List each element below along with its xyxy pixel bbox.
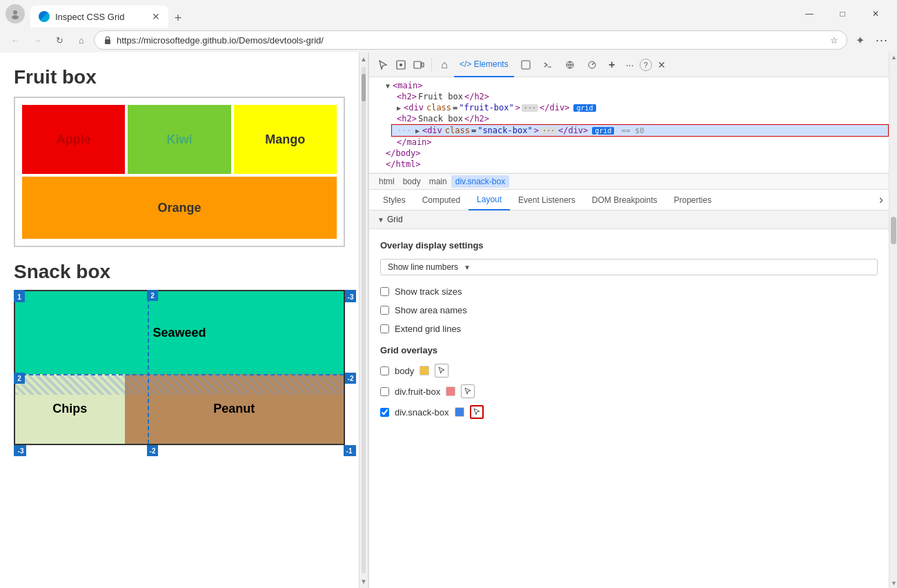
forward-button[interactable]: →: [28, 30, 47, 50]
panel-tabs-more-icon[interactable]: ›: [879, 193, 883, 207]
device-emulation-icon[interactable]: [411, 57, 427, 73]
grid-label-bottom-n3: -3: [15, 445, 26, 456]
dom-html-close[interactable]: </html>: [380, 159, 889, 170]
svg-rect-2: [105, 39, 110, 44]
window-controls: — □ ✕: [793, 3, 891, 25]
extend-grid-lines-row: Extend grid lines: [380, 324, 878, 334]
overlay-body-color[interactable]: [420, 366, 429, 375]
dt-scroll-down[interactable]: ▼: [889, 578, 897, 588]
breadcrumb-body[interactable]: body: [399, 175, 425, 188]
show-track-sizes-label[interactable]: Show track sizes: [395, 286, 462, 297]
overlay-snack-color[interactable]: [455, 407, 464, 417]
extend-grid-lines-checkbox[interactable]: [380, 324, 389, 333]
dom-snack-div[interactable]: ··· ▶ <div class="snack-box" > ··· </div…: [391, 124, 889, 137]
network-tab[interactable]: [560, 52, 580, 77]
dom-fruit-div[interactable]: ▶ <div class="fruit-box" > ··· </div> gr…: [391, 102, 889, 113]
breadcrumb-snack-box[interactable]: div.snack-box: [451, 175, 509, 188]
home-button[interactable]: ⌂: [72, 30, 91, 50]
dom-body-close[interactable]: </body>: [380, 148, 889, 159]
tab-favicon: [39, 11, 50, 22]
tab-computed[interactable]: Computed: [414, 190, 469, 210]
close-button[interactable]: ✕: [860, 3, 891, 25]
overlay-snack-checkbox[interactable]: [380, 408, 389, 417]
svg-rect-6: [422, 63, 424, 67]
dom-main-close[interactable]: </main>: [391, 137, 889, 148]
tab-close-button[interactable]: ✕: [152, 11, 160, 22]
close-devtools-icon[interactable]: ✕: [653, 57, 670, 73]
scroll-up-arrow[interactable]: ▲: [359, 54, 368, 64]
tab-layout[interactable]: Layout: [469, 190, 510, 210]
dt-scroll-up[interactable]: ▲: [889, 52, 897, 62]
overlay-fruit-color[interactable]: [446, 386, 455, 396]
dt-scroll-track: [889, 62, 897, 578]
show-area-names-checkbox[interactable]: [380, 306, 389, 315]
tab-properties[interactable]: Properties: [666, 190, 720, 210]
tab-styles[interactable]: Styles: [375, 190, 414, 210]
show-area-names-row: Show area names: [380, 305, 878, 315]
help-icon[interactable]: ?: [640, 59, 652, 71]
add-panel-icon[interactable]: +: [604, 57, 620, 73]
new-tab-button[interactable]: +: [168, 8, 188, 28]
overlay-snack-label[interactable]: div.snack-box: [395, 407, 449, 418]
chips-item: Chips: [15, 374, 125, 444]
peanut-item: Peanut: [125, 374, 344, 444]
line-numbers-dropdown[interactable]: Show line numbers ▼: [380, 259, 878, 275]
webpage-panel: Fruit box Apple Kiwi Mango Orange Snack …: [0, 52, 359, 588]
minimize-button[interactable]: —: [793, 3, 825, 25]
seaweed-item: Seaweed: [15, 291, 344, 374]
dom-h2-fruit[interactable]: <h2>Fruit box</h2>: [391, 91, 889, 102]
tab-event-listeners[interactable]: Event Listeners: [510, 190, 584, 210]
tab-title: Inspect CSS Grid: [55, 12, 146, 22]
browser-window: Inspect CSS Grid ✕ + — □ ✕ ← → ↻ ⌂ https…: [0, 0, 897, 588]
home-devtools-icon[interactable]: ⌂: [436, 57, 453, 73]
cursor-tool-icon[interactable]: [375, 57, 391, 73]
overlay-snack-inspect-icon[interactable]: [470, 405, 484, 419]
extend-grid-lines-label[interactable]: Extend grid lines: [395, 324, 461, 334]
scroll-thumb[interactable]: [362, 74, 366, 101]
dom-h2-snack[interactable]: <h2>Snack box</h2>: [391, 113, 889, 124]
show-track-sizes-checkbox[interactable]: [380, 287, 389, 296]
fruit-box-title: Fruit box: [14, 66, 345, 88]
grid-label-left-1: 1: [14, 291, 25, 302]
overlay-body-row: body: [380, 364, 878, 378]
tabs-area: Inspect CSS Grid ✕ +: [30, 0, 788, 28]
collections-button[interactable]: ✦: [850, 30, 869, 50]
grid-badge-snack[interactable]: grid: [592, 127, 614, 135]
refresh-button[interactable]: ↻: [50, 30, 69, 50]
favorite-icon[interactable]: ☆: [830, 35, 838, 46]
show-area-names-label[interactable]: Show area names: [395, 305, 467, 315]
overlay-fruit-label[interactable]: div.fruit-box: [395, 386, 440, 397]
collapse-snack-triangle[interactable]: ▶: [415, 127, 420, 135]
snack-grid: Seaweed Chips Peanut: [15, 291, 344, 444]
overlay-fruit-checkbox[interactable]: [380, 387, 389, 396]
url-bar[interactable]: https://microsoftedge.github.io/Demos/de…: [94, 30, 847, 50]
inspect-element-icon[interactable]: [393, 57, 409, 73]
overlay-body-checkbox[interactable]: [380, 366, 389, 375]
sources-tab[interactable]: [538, 52, 558, 77]
scroll-down-arrow[interactable]: ▼: [359, 576, 368, 587]
elements-tab[interactable]: </> Elements: [454, 52, 514, 77]
breadcrumb-html[interactable]: html: [375, 175, 399, 188]
collapse-triangle[interactable]: ▼: [386, 82, 390, 90]
dropdown-row: Show line numbers ▼: [380, 259, 878, 275]
active-tab[interactable]: Inspect CSS Grid ✕: [30, 6, 168, 28]
breadcrumb-main[interactable]: main: [425, 175, 451, 188]
grid-section-triangle: ▼: [377, 216, 384, 224]
console-tab[interactable]: [515, 52, 536, 77]
overlay-body-label[interactable]: body: [395, 366, 414, 376]
dt-scroll-thumb[interactable]: [891, 217, 896, 244]
more-button[interactable]: ···: [872, 30, 891, 50]
grid-section-header[interactable]: ▼ Grid: [369, 210, 889, 229]
collapse-fruit-triangle[interactable]: ▶: [397, 104, 401, 112]
grid-badge-fruit[interactable]: grid: [573, 104, 595, 112]
tab-dom-breakpoints[interactable]: DOM Breakpoints: [584, 190, 666, 210]
back-button[interactable]: ←: [6, 30, 25, 50]
maximize-button[interactable]: □: [827, 3, 858, 25]
more-panels-icon[interactable]: ···: [622, 57, 638, 73]
profile-icon[interactable]: [6, 4, 25, 23]
overlay-fruit-inspect-icon[interactable]: [461, 384, 475, 398]
dom-main-open[interactable]: ▼ <main>: [380, 80, 889, 91]
lock-icon: [103, 35, 112, 45]
overlay-body-inspect-icon[interactable]: [435, 364, 448, 378]
performance-tab[interactable]: [582, 52, 602, 77]
